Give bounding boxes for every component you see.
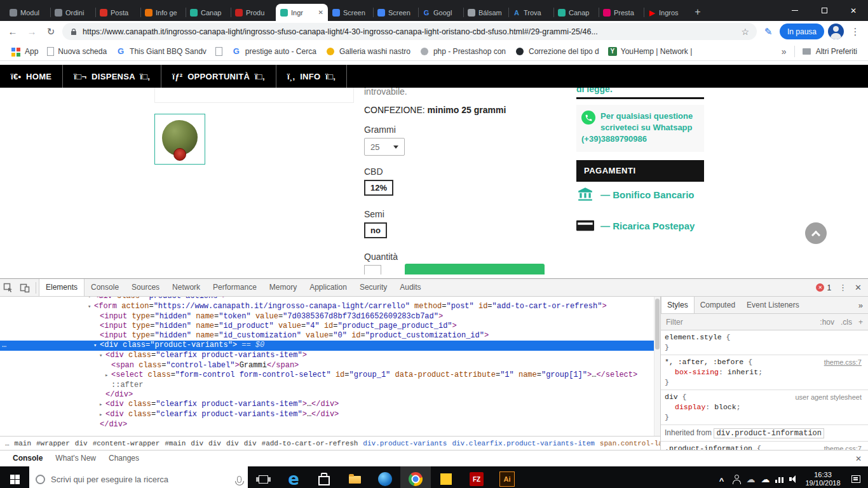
new-tab-button[interactable]: + [689,3,707,21]
breadcrumb-item[interactable]: span.control-label [597,440,660,447]
code-line[interactable]: ▸<div class="clearfix product-variants-i… [0,410,660,420]
drawer-tab[interactable]: Console [6,451,49,466]
browser-tab[interactable]: ▶Ingros [644,4,689,21]
breadcrumb-item[interactable]: div.clearfix.product-variants-item [449,440,597,447]
breadcrumb-item[interactable]: div [188,440,206,447]
error-badge[interactable]: ✕ 1 [816,283,831,292]
stylesheet-link[interactable]: theme.css:7 [824,444,867,450]
drawer-close-icon[interactable]: ✕ [855,454,862,463]
browser-tab[interactable]: Canap [553,4,599,21]
styles-tab[interactable]: Event Listeners [741,297,805,313]
taskbar-search[interactable]: Scrivi qui per eseguire la ricerca [29,466,248,488]
firefox-icon[interactable] [370,466,400,488]
quantity-input[interactable] [364,265,381,274]
code-line[interactable]: <span class="control-label">Grammi</span… [0,361,660,370]
other-bookmarks-folder[interactable]: Altri Preferiti [797,45,862,58]
devtools-tab-application[interactable]: Application [303,279,353,296]
breadcrumb-item[interactable]: #add-to-cart-or-refresh [259,440,361,447]
cloud-icon[interactable] [743,466,758,488]
elements-scrollbar[interactable] [654,297,660,436]
bookmark-item[interactable] [211,46,227,57]
browser-tab[interactable]: Posta [95,4,140,21]
scrollbar-thumb[interactable] [655,299,660,349]
people-icon[interactable] [729,466,743,488]
site-nav-item[interactable]: ï€• HOME [0,65,63,88]
bookmark-item[interactable]: php - Prestashop con [415,45,510,58]
task-view-icon[interactable] [248,466,278,488]
expand-arrow-icon[interactable]: ▾ [99,351,105,361]
bookmark-item[interactable]: This Giant BBQ Sandv [111,45,211,58]
store-icon[interactable] [309,466,339,488]
drawer-tab[interactable]: What's New [49,451,102,466]
styles-filter-input[interactable]: Filter [666,318,813,327]
code-line[interactable]: <input type="hidden" name="token" value=… [0,312,660,322]
stylesheet-link[interactable]: theme.css:7 [824,357,867,367]
browser-tab[interactable]: Info ge [140,4,186,21]
styles-tabs-overflow[interactable]: » [853,301,868,310]
breadcrumb-item[interactable]: #main [162,440,188,447]
code-line[interactable]: <input type="hidden" name="id_customizat… [0,331,660,341]
extension-pen-icon[interactable]: ✎ [761,26,776,37]
cloud2-icon[interactable] [758,466,773,488]
address-bar[interactable]: https://www.canapath.it/ingrosso-canapa-… [62,23,757,40]
browser-tab[interactable]: Produ [231,4,276,21]
devtools-tab-console[interactable]: Console [85,279,125,296]
device-toolbar-icon[interactable] [17,283,33,293]
sync-paused-button[interactable]: In pausa [780,24,824,39]
devtools-close-icon[interactable]: ✕ [855,283,862,292]
breadcrumb-item[interactable]: div [206,440,224,447]
minimize-button[interactable] [780,0,810,21]
breadcrumb-item[interactable]: #wrapper [34,440,72,447]
breadcrumb-item[interactable]: #content-wrapper [90,440,163,447]
new-style-rule-button[interactable]: + [858,318,863,327]
browser-tab[interactable]: ATrova [508,4,553,21]
semi-option[interactable]: no [364,222,387,238]
bookmark-item[interactable]: App [6,45,43,58]
profile-avatar[interactable] [828,24,844,39]
breadcrumb-item[interactable]: div [72,440,90,447]
add-to-cart-button[interactable] [405,264,545,274]
expand-arrow-icon[interactable]: ▸ [105,371,111,381]
browser-tab[interactable]: Presta [599,4,644,21]
rule-selector[interactable]: .product-information [665,444,752,450]
tab-close-icon[interactable]: ✕ [318,9,323,16]
rule-selector[interactable]: element.style [665,333,722,341]
expand-arrow-icon[interactable]: ▾ [93,341,100,351]
code-line[interactable]: </div> [0,420,660,430]
browser-menu-icon[interactable]: ⋮ [848,26,863,37]
inspect-icon[interactable] [0,283,17,293]
browser-tab[interactable]: Ingr✕ [276,4,328,21]
styles-tab[interactable]: Styles [661,297,695,313]
network-icon[interactable] [773,466,787,488]
breadcrumb-item[interactable]: div [241,440,259,447]
edge-icon[interactable] [278,466,309,488]
devtools-tab-audits[interactable]: Audits [393,279,427,296]
breadcrumb-item[interactable]: main [12,440,34,447]
code-line[interactable]: </div> [0,390,660,400]
close-window-button[interactable]: ✕ [839,0,868,21]
site-nav-item[interactable]: ï¸‚ INFO ï□‚ [276,65,347,88]
devtools-tab-elements[interactable]: Elements [39,279,85,296]
bookmark-item[interactable]: prestige auto - Cerca [227,45,321,58]
illustrator-icon[interactable] [492,466,522,488]
stylesheet-link[interactable]: user agent stylesheet [795,392,867,402]
browser-tab[interactable]: Modul [5,4,50,21]
bookmarks-overflow-chevron[interactable]: » [776,46,792,57]
css-property[interactable]: box-sizing: inherit; [665,367,867,377]
devtools-tab-memory[interactable]: Memory [263,279,303,296]
file-explorer-icon[interactable] [339,466,370,488]
breadcrumb-item[interactable]: div [224,440,241,447]
expand-arrow-icon[interactable]: ▸ [99,410,105,420]
browser-tab[interactable]: Screen [373,4,418,21]
breadcrumb-item[interactable]: div.product-variants [360,440,449,447]
chrome-icon[interactable] [400,466,431,488]
code-line[interactable]: ::after [0,381,660,390]
styles-tab[interactable]: Computed [695,297,741,313]
code-line[interactable]: …▾<div class="product-variants"> == $0 [0,341,660,351]
bookmark-item[interactable]: Nuova scheda [43,46,111,57]
cbd-option[interactable]: 12% [364,180,393,196]
start-button[interactable] [0,466,29,488]
browser-tab[interactable]: Screen [328,4,373,21]
maximize-button[interactable] [810,0,839,21]
code-line[interactable]: <input type="hidden" name="id_product" v… [0,322,660,331]
